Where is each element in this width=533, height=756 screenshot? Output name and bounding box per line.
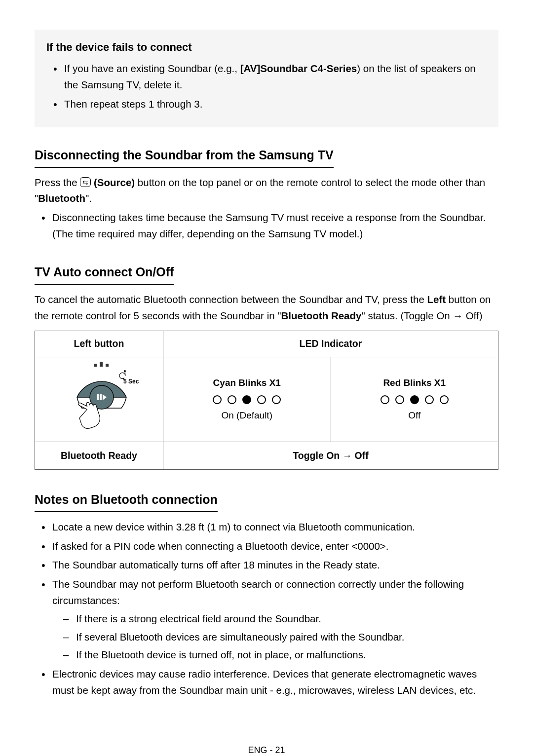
list-item: The Soundbar automatically turns off aft… (41, 557, 498, 573)
led-dot-icon (257, 395, 266, 404)
section-heading: Disconnecting the Soundbar from the Sams… (35, 145, 334, 168)
bold-text: (Source) (94, 177, 135, 188)
cyan-blink-label: Cyan Blinks X1 (168, 376, 326, 390)
cyan-blink-cell: Cyan Blinks X1 On (Default) (163, 357, 331, 442)
disconnect-list: Disconnecting takes time because the Sam… (35, 210, 498, 242)
table-header-left: Left button (35, 331, 163, 357)
text: Press the (35, 177, 80, 188)
list-item: Disconnecting takes time because the Sam… (41, 210, 498, 242)
red-sub-label: Off (336, 408, 494, 423)
disconnect-section: Disconnecting the Soundbar from the Sams… (35, 142, 498, 242)
list-item: The Soundbar may not perform Bluetooth s… (41, 576, 498, 663)
remote-diagram-cell: 5 Sec (35, 357, 163, 442)
list-item: Electronic devices may cause radio inter… (41, 666, 498, 699)
text: The Soundbar may not perform Bluetooth s… (52, 578, 464, 606)
notes-section: Notes on Bluetooth connection Locate a n… (35, 487, 498, 699)
cyan-sub-label: On (Default) (168, 408, 326, 423)
sub-list: If there is a strong electrical field ar… (52, 611, 498, 663)
fails-list: If you have an existing Soundbar (e.g., … (46, 61, 487, 112)
svg-rect-0 (100, 362, 103, 367)
svg-rect-2 (106, 364, 109, 367)
list-item: If asked for a PIN code when connecting … (41, 538, 498, 555)
svg-rect-5 (100, 394, 102, 400)
list-item: If there is a strong electrical field ar… (63, 611, 498, 627)
text: ". (85, 192, 92, 204)
status-left-cell: Bluetooth Ready (35, 442, 163, 469)
svg-text:5 Sec: 5 Sec (123, 378, 139, 385)
led-dot-filled-icon (242, 395, 251, 404)
led-dot-icon (213, 395, 222, 404)
page-footer: ENG - 21 (35, 743, 498, 756)
led-dot-filled-icon (410, 395, 419, 404)
svg-rect-1 (94, 364, 97, 367)
box-title: If the device fails to connect (46, 38, 487, 56)
disconnect-para: Press the ⇆ (Source) button on the top p… (35, 175, 498, 207)
list-item: Locate a new device within 3.28 ft (1 m)… (41, 519, 498, 535)
source-icon: ⇆ (80, 177, 91, 187)
auto-connect-section: TV Auto connect On/Off To cancel the aut… (35, 259, 498, 470)
text: If you have an existing Soundbar (e.g., (64, 63, 240, 74)
bold-text: Bluetooth (38, 192, 85, 204)
led-indicator-row (168, 395, 326, 404)
red-blink-label: Red Blinks X1 (336, 376, 494, 390)
led-dot-icon (381, 395, 389, 404)
bold-text: Bluetooth Ready (281, 310, 362, 321)
table-header-led: LED Indicator (163, 331, 498, 357)
led-dot-icon (395, 395, 404, 404)
led-dot-icon (440, 395, 449, 404)
notes-list: Locate a new device within 3.28 ft (1 m)… (35, 519, 498, 699)
section-heading: Notes on Bluetooth connection (35, 490, 218, 512)
svg-point-9 (124, 370, 126, 372)
section-heading: TV Auto connect On/Off (35, 262, 174, 285)
led-table: Left button LED Indicator (35, 331, 498, 469)
bold-text: [AV]Soundbar C4-Series (240, 63, 357, 74)
led-dot-icon (228, 395, 236, 404)
text: To cancel the automatic Bluetooth connec… (35, 294, 427, 305)
led-indicator-row (336, 395, 494, 404)
led-dot-icon (425, 395, 434, 404)
bold-text: Left (427, 294, 446, 305)
red-blink-cell: Red Blinks X1 Off (331, 357, 498, 442)
text: " status. (Toggle On → Off) (361, 310, 482, 321)
fails-to-connect-box: If the device fails to connect If you ha… (35, 30, 498, 127)
list-item: Then repeat steps 1 through 3. (53, 96, 487, 113)
list-item: If you have an existing Soundbar (e.g., … (53, 61, 487, 93)
status-right-cell: Toggle On → Off (163, 442, 498, 469)
list-item: If the Bluetooth device is turned off, n… (63, 647, 498, 663)
remote-left-button-icon: 5 Sec (57, 359, 141, 435)
auto-connect-para: To cancel the automatic Bluetooth connec… (35, 292, 498, 324)
led-dot-icon (272, 395, 281, 404)
svg-rect-4 (97, 394, 99, 400)
list-item: If several Bluetooth devices are simulta… (63, 629, 498, 645)
